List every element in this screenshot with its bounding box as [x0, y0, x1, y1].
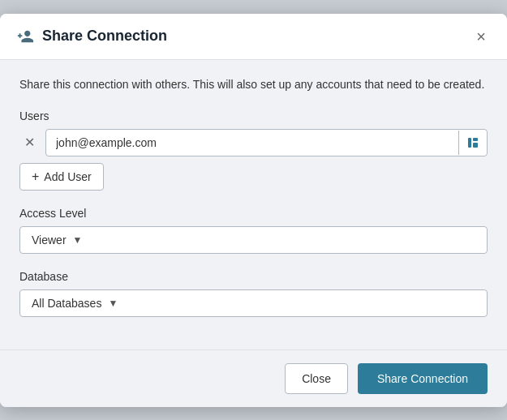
database-dropdown[interactable]: All Databases ▼ [19, 289, 488, 317]
user-input-row: ✕ [19, 129, 488, 156]
modal-body: Share this connection with others. This … [0, 60, 507, 349]
add-user-label: Add User [44, 170, 91, 183]
share-connection-modal: Share Connection × Share this connection… [0, 14, 507, 407]
database-label: Database [19, 270, 488, 283]
user-input-wrapper [45, 129, 488, 156]
access-level-label: Access Level [19, 207, 488, 220]
svg-rect-1 [473, 138, 478, 141]
modal-title: Share Connection [42, 28, 167, 45]
modal-footer: Close Share Connection [0, 349, 507, 407]
database-value: All Databases [32, 297, 101, 310]
database-section: Database All Databases ▼ [19, 270, 488, 317]
svg-rect-0 [468, 138, 471, 148]
modal-description: Share this connection with others. This … [19, 76, 488, 93]
access-level-dropdown[interactable]: Viewer ▼ [19, 226, 488, 254]
add-user-button[interactable]: + Add User [19, 163, 104, 191]
users-label: Users [19, 109, 488, 122]
person-add-icon [16, 28, 34, 45]
access-level-value: Viewer [32, 234, 67, 246]
users-section: Users ✕ + [19, 109, 488, 191]
svg-rect-2 [473, 143, 478, 148]
chevron-down-icon: ▼ [73, 234, 83, 246]
modal-header-left: Share Connection [16, 28, 167, 45]
input-action-icon [458, 131, 487, 155]
close-button[interactable]: Close [285, 363, 348, 394]
share-connection-button[interactable]: Share Connection [358, 363, 488, 394]
chevron-down-icon: ▼ [108, 298, 118, 309]
access-level-section: Access Level Viewer ▼ [19, 207, 488, 254]
modal-header: Share Connection × [0, 14, 507, 60]
modal-close-button[interactable]: × [471, 27, 491, 46]
plus-icon: + [32, 170, 39, 183]
user-email-input[interactable] [46, 130, 458, 156]
modal-overlay: Share Connection × Share this connection… [0, 0, 507, 420]
remove-user-button[interactable]: ✕ [19, 133, 39, 152]
